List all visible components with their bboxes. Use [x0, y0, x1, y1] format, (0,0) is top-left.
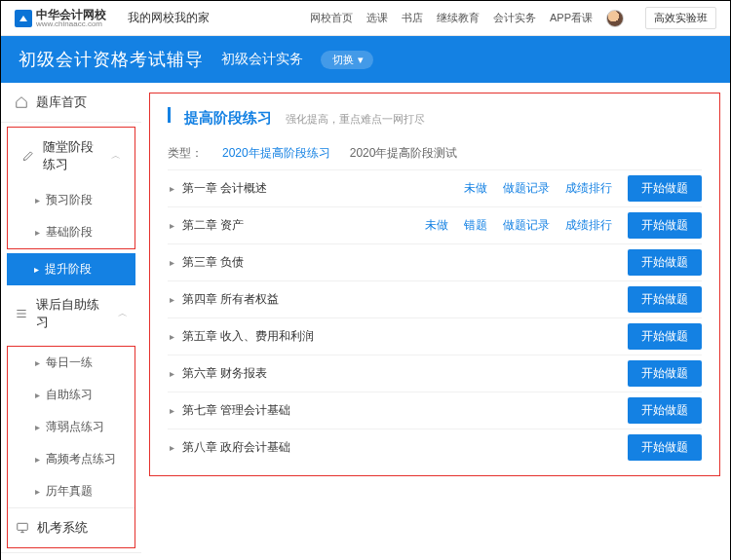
- caret-right-icon: ▸: [170, 183, 174, 194]
- chapter-title: 第一章 会计概述: [182, 180, 267, 197]
- chapter-row: ▸第二章 资产未做错题做题记录成绩排行开始做题: [168, 206, 702, 243]
- sidebar-sub-item[interactable]: ▸高频考点练习: [8, 443, 135, 475]
- top-header: 中华会计网校 www.chinaacc.com 我的网校我的家 网校首页 选课 …: [1, 1, 730, 36]
- list-icon: [15, 307, 28, 320]
- start-practice-button[interactable]: 开始做题: [628, 434, 702, 461]
- caret-right-icon: ▸: [170, 294, 174, 305]
- chapter-link[interactable]: 未做: [464, 180, 487, 197]
- logo[interactable]: 中华会计网校 www.chinaacc.com: [15, 9, 106, 28]
- sidebar: 题库首页 随堂阶段练习 ︿ ▸预习阶段 ▸基础阶段 ▸提升阶段: [1, 83, 141, 560]
- chapter-link[interactable]: 成绩排行: [565, 217, 612, 234]
- caret-right-icon: ▸: [170, 257, 174, 268]
- chapter-row: ▸第六章 财务报表开始做题: [168, 355, 702, 392]
- nav-item[interactable]: 书店: [402, 11, 423, 25]
- top-nav: 网校首页 选课 书店 继续教育 会计实务 APP看课 高效实验班: [310, 7, 716, 29]
- chevron-up-icon: ︿: [111, 149, 121, 163]
- chapter-row: ▸第五章 收入、费用和利润开始做题: [168, 317, 702, 355]
- chapter-title: 第六章 财务报表: [182, 365, 267, 382]
- start-practice-button[interactable]: 开始做题: [628, 175, 702, 202]
- sidebar-sub-item-active[interactable]: ▸提升阶段: [7, 253, 135, 285]
- nav-item[interactable]: 继续教育: [437, 11, 480, 25]
- logo-title: 中华会计网校: [36, 9, 106, 20]
- sidebar-sub-item[interactable]: ▸历年真题: [8, 475, 135, 507]
- switch-label: 切换: [332, 53, 354, 67]
- chapter-title: 第三章 负债: [182, 254, 244, 271]
- caret-right-icon: ▸: [170, 220, 174, 231]
- chapter-link[interactable]: 未做: [425, 217, 448, 234]
- caret-right-icon: ▸: [170, 442, 174, 453]
- chapter-row: ▸第八章 政府会计基础开始做题: [168, 429, 702, 466]
- start-practice-button[interactable]: 开始做题: [628, 286, 702, 313]
- filter-option-active[interactable]: 2020年提高阶段练习: [222, 145, 330, 162]
- sidebar-sub-item[interactable]: ▸每日一练: [8, 347, 135, 379]
- start-practice-button[interactable]: 开始做题: [628, 360, 702, 387]
- chapter-title: 第五章 收入、费用和利润: [182, 328, 314, 345]
- logo-url: www.chinaacc.com: [36, 20, 106, 28]
- sidebar-sub-item[interactable]: ▸薄弱点练习: [8, 411, 135, 443]
- svg-rect-0: [18, 523, 28, 530]
- caret-right-icon: ▸: [170, 368, 174, 379]
- chevron-up-icon: ︿: [118, 307, 128, 320]
- chapter-link[interactable]: 错题: [464, 217, 487, 234]
- card-title: 提高阶段练习: [184, 109, 272, 128]
- slogan: 我的网校我的家: [128, 10, 210, 26]
- start-practice-button[interactable]: 开始做题: [628, 212, 702, 239]
- chapter-row: ▸第三章 负债开始做题: [168, 243, 702, 280]
- nav-item[interactable]: 网校首页: [310, 11, 353, 25]
- sidebar-item-exam-system[interactable]: 机考系统: [8, 508, 135, 547]
- sidebar-group-records[interactable]: 我的记录 ︿: [1, 553, 141, 560]
- chapter-row: ▸第四章 所有者权益开始做题: [168, 280, 702, 317]
- chapter-row: ▸第一章 会计概述未做做题记录成绩排行开始做题: [168, 169, 702, 206]
- sidebar-label: 课后自助练习: [36, 296, 110, 331]
- monitor-icon: [16, 521, 29, 535]
- sidebar-label: 随堂阶段练习: [43, 138, 103, 173]
- home-icon: [15, 95, 28, 109]
- start-practice-button[interactable]: 开始做题: [628, 397, 702, 424]
- switch-subject-button[interactable]: 切换 ▾: [321, 51, 373, 69]
- avatar[interactable]: [606, 10, 624, 27]
- pencil-icon: [21, 149, 35, 163]
- chapter-row: ▸第七章 管理会计基础开始做题: [168, 392, 702, 429]
- filter-row: 类型： 2020年提高阶段练习 2020年提高阶段测试: [168, 145, 702, 162]
- card-subtitle: 强化提高，重点难点一网打尽: [286, 112, 425, 127]
- title-accent-bar: [168, 107, 171, 123]
- chapter-title: 第二章 资产: [182, 217, 244, 234]
- caret-right-icon: ▸: [170, 331, 174, 342]
- chapter-link[interactable]: 做题记录: [503, 217, 550, 234]
- content: 提高阶段练习 强化提高，重点难点一网打尽 类型： 2020年提高阶段练习 202…: [141, 83, 730, 560]
- sidebar-label: 题库首页: [36, 93, 87, 111]
- header-cta-button[interactable]: 高效实验班: [645, 7, 716, 29]
- course-banner: 初级会计资格考试辅导 初级会计实务 切换 ▾: [1, 36, 730, 83]
- sidebar-home[interactable]: 题库首页: [1, 83, 141, 122]
- chapter-title: 第七章 管理会计基础: [182, 402, 290, 419]
- sidebar-label: 机考系统: [37, 519, 88, 537]
- sidebar-highlight-box-2: ▸每日一练 ▸自助练习 ▸薄弱点练习 ▸高频考点练习 ▸历年真题 机考系统: [7, 346, 135, 548]
- start-practice-button[interactable]: 开始做题: [628, 323, 702, 350]
- sidebar-sub-item[interactable]: ▸基础阶段: [8, 216, 135, 248]
- sidebar-highlight-box-1: 随堂阶段练习 ︿ ▸预习阶段 ▸基础阶段: [7, 127, 135, 249]
- nav-item[interactable]: 会计实务: [493, 11, 536, 25]
- logo-icon: [15, 10, 32, 27]
- practice-card: 提高阶段练习 强化提高，重点难点一网打尽 类型： 2020年提高阶段练习 202…: [149, 93, 720, 476]
- sidebar-sub-item[interactable]: ▸自助练习: [8, 379, 135, 411]
- chevron-down-icon: ▾: [358, 54, 364, 66]
- banner-subject: 初级会计实务: [221, 51, 303, 68]
- chapter-title: 第四章 所有者权益: [182, 291, 279, 308]
- filter-label: 类型：: [168, 145, 203, 162]
- chapter-list: ▸第一章 会计概述未做做题记录成绩排行开始做题▸第二章 资产未做错题做题记录成绩…: [168, 169, 702, 466]
- caret-right-icon: ▸: [170, 405, 174, 416]
- banner-title: 初级会计资格考试辅导: [19, 48, 204, 71]
- sidebar-sub-item[interactable]: ▸预习阶段: [8, 184, 135, 216]
- sidebar-group-afterclass[interactable]: 课后自助练习 ︿: [1, 285, 141, 342]
- nav-item[interactable]: APP看课: [550, 11, 593, 25]
- nav-item[interactable]: 选课: [366, 11, 388, 25]
- chapter-link[interactable]: 成绩排行: [565, 180, 612, 197]
- chapter-title: 第八章 政府会计基础: [182, 439, 290, 456]
- filter-option[interactable]: 2020年提高阶段测试: [350, 145, 458, 162]
- start-practice-button[interactable]: 开始做题: [628, 249, 702, 276]
- sidebar-group-classroom[interactable]: 随堂阶段练习 ︿: [8, 128, 135, 184]
- chapter-link[interactable]: 做题记录: [503, 180, 550, 197]
